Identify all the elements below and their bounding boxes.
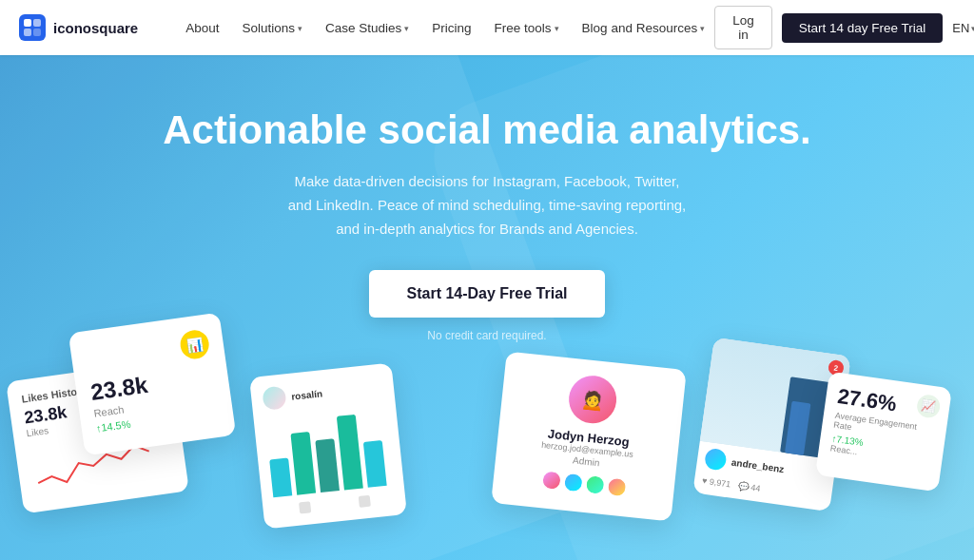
nav-about[interactable]: About bbox=[176, 15, 228, 41]
hero-subtitle: Make data-driven decisions for Instagram… bbox=[287, 170, 687, 241]
svg-rect-1 bbox=[24, 19, 31, 27]
nav-blog[interactable]: Blog and Resources ▾ bbox=[573, 15, 715, 41]
logo[interactable]: iconosquare bbox=[19, 14, 138, 41]
svg-rect-2 bbox=[33, 19, 41, 27]
logo-icon bbox=[19, 14, 46, 41]
start-trial-button-hero[interactable]: Start 14-Day Free Trial bbox=[369, 270, 606, 318]
svg-rect-4 bbox=[33, 29, 41, 36]
start-trial-button-nav[interactable]: Start 14 day Free Trial bbox=[782, 13, 944, 43]
chevron-down-icon: ▾ bbox=[555, 24, 559, 33]
brand-name: iconosquare bbox=[53, 20, 138, 36]
login-button[interactable]: Log in bbox=[714, 6, 772, 49]
chevron-down-icon: ▾ bbox=[700, 24, 705, 33]
svg-rect-0 bbox=[19, 14, 46, 41]
nav-solutions[interactable]: Solutions ▾ bbox=[232, 15, 312, 41]
hero-section: Actionable social media analytics. Make … bbox=[0, 55, 974, 560]
hero-title: Actionable social media analytics. bbox=[163, 107, 811, 153]
language-selector[interactable]: EN ▾ bbox=[952, 21, 974, 35]
nav-actions: Log in Start 14 day Free Trial EN ▾ bbox=[714, 6, 974, 49]
chevron-down-icon: ▾ bbox=[404, 24, 409, 33]
svg-rect-3 bbox=[24, 29, 31, 36]
nav-case-studies[interactable]: Case Studies ▾ bbox=[316, 15, 419, 41]
nav-links: About Solutions ▾ Case Studies ▾ Pricing… bbox=[176, 15, 714, 41]
no-credit-text: No credit card required. bbox=[427, 329, 546, 342]
navbar: iconosquare About Solutions ▾ Case Studi… bbox=[0, 0, 974, 55]
nav-free-tools[interactable]: Free tools ▾ bbox=[485, 15, 569, 41]
nav-pricing[interactable]: Pricing bbox=[422, 15, 480, 41]
chevron-down-icon: ▾ bbox=[298, 24, 302, 33]
